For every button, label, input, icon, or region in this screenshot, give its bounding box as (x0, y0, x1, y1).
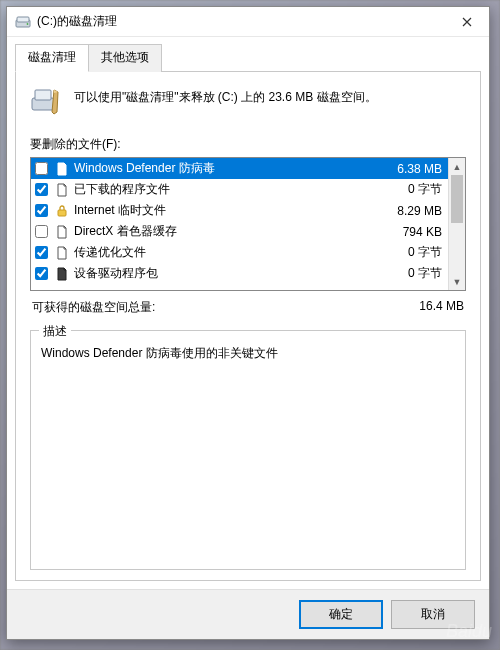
window-title: (C:)的磁盘清理 (37, 13, 445, 30)
file-size: 794 KB (403, 225, 444, 239)
file-checkbox[interactable] (35, 204, 48, 217)
files-to-delete-label: 要删除的文件(F): (30, 136, 466, 153)
description-group: 描述 Windows Defender 防病毒使用的非关键文件 (30, 330, 466, 570)
scrollbar[interactable]: ▲ ▼ (448, 158, 465, 290)
file-row[interactable]: 设备驱动程序包0 字节 (31, 263, 448, 284)
file-checkbox[interactable] (35, 267, 48, 280)
file-name: Internet 临时文件 (74, 202, 393, 219)
intro-row: 可以使用"磁盘清理"来释放 (C:) 上的 23.6 MB 磁盘空间。 (30, 84, 466, 118)
tab-panel: 可以使用"磁盘清理"来释放 (C:) 上的 23.6 MB 磁盘空间。 要删除的… (15, 71, 481, 581)
file-row[interactable]: 已下载的程序文件0 字节 (31, 179, 448, 200)
cancel-button[interactable]: 取消 (391, 600, 475, 629)
tab-other-options[interactable]: 其他选项 (88, 44, 162, 72)
intro-text: 可以使用"磁盘清理"来释放 (C:) 上的 23.6 MB 磁盘空间。 (74, 84, 377, 106)
file-checkbox[interactable] (35, 183, 48, 196)
titlebar[interactable]: (C:)的磁盘清理 (7, 7, 489, 37)
total-row: 可获得的磁盘空间总量: 16.4 MB (32, 299, 464, 316)
scroll-down-button[interactable]: ▼ (449, 273, 465, 290)
ok-button[interactable]: 确定 (299, 600, 383, 629)
tab-cleanup[interactable]: 磁盘清理 (15, 44, 89, 72)
file-name: DirectX 着色器缓存 (74, 223, 399, 240)
svg-rect-5 (58, 210, 66, 216)
file-icon (54, 266, 70, 282)
file-row[interactable]: Windows Defender 防病毒6.38 MB (31, 158, 448, 179)
tab-strip: 磁盘清理 其他选项 (7, 37, 489, 71)
file-list: Windows Defender 防病毒6.38 MB已下载的程序文件0 字节I… (30, 157, 466, 291)
file-checkbox[interactable] (35, 225, 48, 238)
file-row[interactable]: 传递优化文件0 字节 (31, 242, 448, 263)
cleanup-icon (30, 84, 64, 118)
file-row[interactable]: Internet 临时文件8.29 MB (31, 200, 448, 221)
close-button[interactable] (445, 7, 489, 37)
scroll-track[interactable] (449, 175, 465, 273)
svg-point-2 (27, 23, 29, 25)
svg-rect-4 (35, 90, 51, 100)
file-icon (54, 182, 70, 198)
total-label: 可获得的磁盘空间总量: (32, 299, 155, 316)
scroll-up-button[interactable]: ▲ (449, 158, 465, 175)
disk-cleanup-window: (C:)的磁盘清理 磁盘清理 其他选项 可以使用"磁盘清理"来释放 (C:) 上… (6, 6, 490, 640)
file-icon (54, 245, 70, 261)
file-checkbox[interactable] (35, 162, 48, 175)
file-icon (54, 161, 70, 177)
file-size: 0 字节 (408, 244, 444, 261)
file-size: 0 字节 (408, 265, 444, 282)
scroll-thumb[interactable] (451, 175, 463, 223)
lock-icon (54, 203, 70, 219)
drive-icon (15, 14, 31, 30)
file-name: 设备驱动程序包 (74, 265, 404, 282)
svg-rect-1 (17, 17, 29, 22)
file-checkbox[interactable] (35, 246, 48, 259)
file-size: 6.38 MB (397, 162, 444, 176)
file-size: 0 字节 (408, 181, 444, 198)
total-value: 16.4 MB (419, 299, 464, 316)
file-size: 8.29 MB (397, 204, 444, 218)
description-text: Windows Defender 防病毒使用的非关键文件 (41, 345, 455, 362)
file-icon (54, 224, 70, 240)
file-row[interactable]: DirectX 着色器缓存794 KB (31, 221, 448, 242)
file-name: Windows Defender 防病毒 (74, 160, 393, 177)
file-name: 传递优化文件 (74, 244, 404, 261)
description-legend: 描述 (39, 323, 71, 340)
file-name: 已下载的程序文件 (74, 181, 404, 198)
dialog-buttons: 确定 取消 (7, 589, 489, 639)
